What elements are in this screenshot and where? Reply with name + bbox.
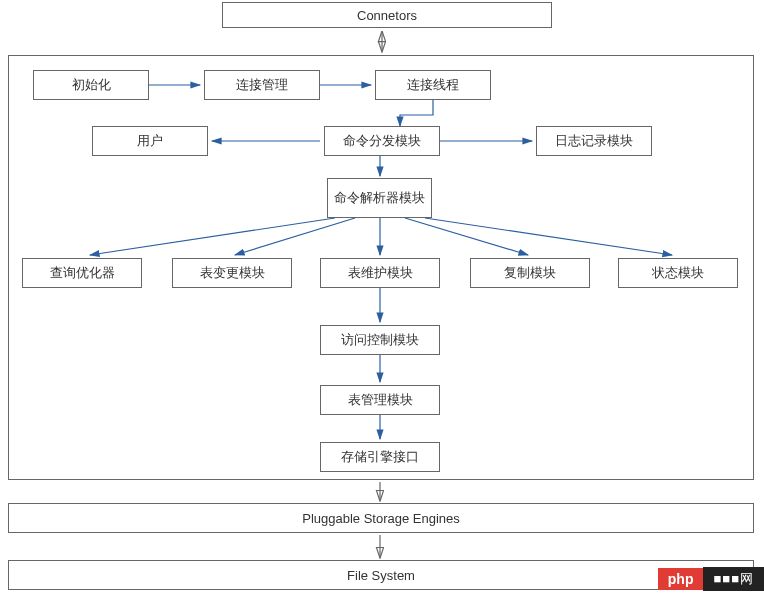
svg-line-9 [405,218,528,255]
watermark-rest: ■■■网 [703,567,764,591]
svg-line-10 [425,218,672,255]
watermark-php: php [658,568,704,590]
arrows [0,0,764,613]
svg-line-6 [90,218,335,255]
watermark: php ■■■网 [658,567,764,591]
